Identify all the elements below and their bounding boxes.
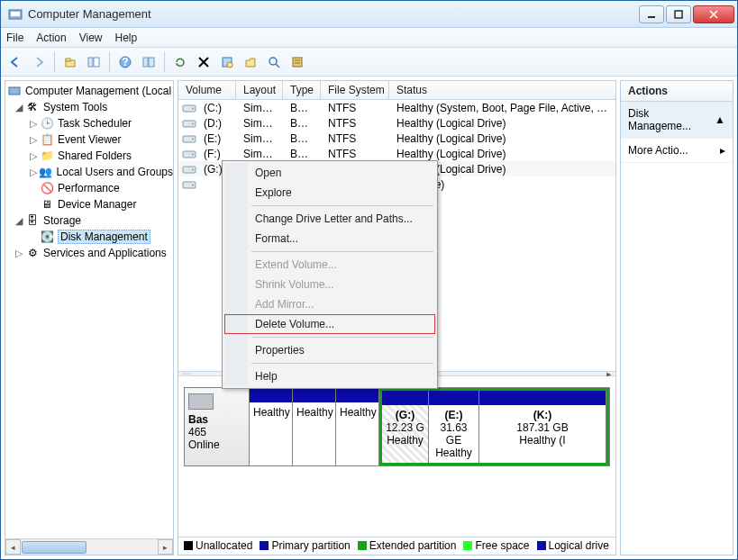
wrench-icon: 🛠 <box>25 100 40 114</box>
col-filesystem[interactable]: File System <box>321 81 389 99</box>
scroll-left-button[interactable]: ◂ <box>5 539 21 555</box>
ctx-help[interactable]: Help <box>224 366 435 386</box>
scroll-thumb[interactable] <box>22 541 87 554</box>
delete-icon[interactable] <box>193 51 214 73</box>
volume-row[interactable]: (F:)SimpleBasicNTFSHealthy (Logical Driv… <box>178 146 615 161</box>
computer-management-window: Computer Management File Action View Hel… <box>0 0 738 560</box>
svg-point-27 <box>192 122 194 124</box>
volume-row[interactable]: (C:)SimpleBasicNTFSHealthy (System, Boot… <box>178 100 615 115</box>
ctx-shrink-volume: Shrink Volume... <box>224 275 435 294</box>
list-icon[interactable] <box>287 51 308 73</box>
expand-icon[interactable]: ▷ <box>13 248 25 259</box>
scroll-right-button[interactable]: ▸ <box>158 539 173 555</box>
ctx-delete-volume[interactable]: Delete Volume... <box>224 314 435 334</box>
show-hide-tree-button[interactable] <box>83 51 105 73</box>
tree-shared-folders[interactable]: Shared Folders <box>58 149 132 162</box>
console-root-icon <box>7 84 22 98</box>
tree-performance[interactable]: Performance <box>58 182 120 194</box>
tree-root[interactable]: Computer Management (Local <box>25 85 171 97</box>
tree-system-tools[interactable]: System Tools <box>43 101 107 113</box>
forward-button[interactable] <box>28 51 50 73</box>
menu-action[interactable]: Action <box>36 32 66 44</box>
tree-device-manager[interactable]: Device Manager <box>58 198 136 211</box>
expand-icon[interactable]: ▷ <box>27 167 39 178</box>
svg-point-35 <box>192 184 194 185</box>
disk-state: Online <box>188 438 245 451</box>
col-status[interactable]: Status <box>389 81 615 99</box>
collapse-icon[interactable]: ◢ <box>13 102 25 113</box>
navigation-tree[interactable]: Computer Management (Local ◢🛠System Tool… <box>5 80 174 555</box>
actions-disk-management[interactable]: Disk Manageme...▲ <box>621 102 733 139</box>
help-button[interactable]: ? <box>114 51 136 73</box>
svg-rect-8 <box>88 58 93 67</box>
back-button[interactable] <box>5 51 26 73</box>
drive-icon <box>182 179 196 190</box>
window-title: Computer Management <box>28 7 639 21</box>
device-manager-icon: 🖥 <box>40 197 54 212</box>
search-icon[interactable] <box>263 51 285 73</box>
expand-icon[interactable]: ▷ <box>27 150 40 162</box>
disk-graphical-view[interactable]: Bas 465 Online Healthy Healthy Healthy (… <box>178 376 615 555</box>
partition[interactable]: Healthy <box>250 388 293 465</box>
volume-row[interactable]: (E:)SimpleBasicNTFSHealthy (Logical Driv… <box>178 131 615 146</box>
tree-local-users[interactable]: Local Users and Groups <box>57 166 173 178</box>
svg-rect-1 <box>11 12 20 16</box>
partition-selected[interactable]: (G:)12.23 GHealthy <box>382 391 429 463</box>
partition[interactable]: Healthy <box>336 388 379 465</box>
open-icon[interactable] <box>240 51 261 73</box>
svg-rect-12 <box>143 58 148 67</box>
svg-rect-20 <box>293 58 302 67</box>
tree-storage[interactable]: Storage <box>43 214 81 227</box>
shared-folders-icon: 📁 <box>40 149 54 163</box>
properties-button[interactable] <box>138 51 159 73</box>
ctx-open[interactable]: Open <box>224 163 435 183</box>
context-menu: Open Explore Change Drive Letter and Pat… <box>222 160 438 389</box>
app-icon <box>8 7 23 22</box>
minimize-button[interactable] <box>639 5 664 23</box>
menu-help[interactable]: Help <box>115 32 138 44</box>
svg-text:?: ? <box>122 56 128 68</box>
users-icon: 👥 <box>39 165 52 179</box>
ctx-properties[interactable]: Properties <box>224 340 435 360</box>
drive-icon <box>182 164 196 175</box>
drive-icon <box>182 133 196 144</box>
collapse-icon[interactable]: ◢ <box>13 215 25 227</box>
extended-partition: (G:)12.23 GHealthy (E:)31.63 GEHealthy (… <box>379 388 609 465</box>
actions-more[interactable]: More Actio...▸ <box>621 139 733 163</box>
actions-header: Actions <box>621 81 733 102</box>
svg-point-33 <box>192 168 194 170</box>
svg-rect-13 <box>149 58 154 67</box>
disk-row[interactable]: Bas 465 Online Healthy Healthy Healthy (… <box>184 387 610 466</box>
maximize-button[interactable] <box>666 5 691 23</box>
partition[interactable]: (E:)31.63 GEHealthy <box>429 391 479 463</box>
ctx-explore[interactable]: Explore <box>224 183 435 203</box>
volume-row[interactable]: (D:)SimpleBasicNTFSHealthy (Logical Driv… <box>178 115 615 131</box>
col-volume[interactable]: Volume <box>178 81 236 99</box>
settings-icon[interactable] <box>216 51 238 73</box>
titlebar[interactable]: Computer Management <box>1 1 737 28</box>
disk-header[interactable]: Bas 465 Online <box>184 387 249 466</box>
ctx-add-mirror: Add Mirror... <box>224 294 435 314</box>
close-button[interactable] <box>693 5 734 23</box>
ctx-format[interactable]: Format... <box>224 229 435 248</box>
expand-icon[interactable]: ▷ <box>27 118 40 130</box>
partition[interactable]: (K:)187.31 GBHealthy (I <box>479 391 606 463</box>
menu-file[interactable]: File <box>6 32 23 44</box>
tree-horizontal-scrollbar[interactable]: ◂ ▸ <box>5 538 173 555</box>
tree-task-scheduler[interactable]: Task Scheduler <box>58 117 132 130</box>
col-type[interactable]: Type <box>283 81 321 99</box>
drive-icon <box>182 103 196 113</box>
ctx-change-drive-letter[interactable]: Change Drive Letter and Paths... <box>224 209 435 229</box>
tree-event-viewer[interactable]: Event Viewer <box>58 133 121 146</box>
tree-disk-management[interactable]: Disk Management <box>58 230 150 244</box>
tree-services[interactable]: Services and Applications <box>43 247 167 259</box>
partition[interactable]: Healthy <box>293 388 336 465</box>
volume-list-header[interactable]: Volume Layout Type File System Status <box>178 81 615 100</box>
expand-icon[interactable]: ▷ <box>27 134 40 146</box>
partitions: Healthy Healthy Healthy (G:)12.23 GHealt… <box>249 387 610 466</box>
up-button[interactable] <box>59 51 81 73</box>
menu-view[interactable]: View <box>79 32 103 44</box>
refresh-button[interactable] <box>169 51 191 73</box>
col-layout[interactable]: Layout <box>236 81 283 99</box>
disk-label: Bas <box>188 413 245 426</box>
